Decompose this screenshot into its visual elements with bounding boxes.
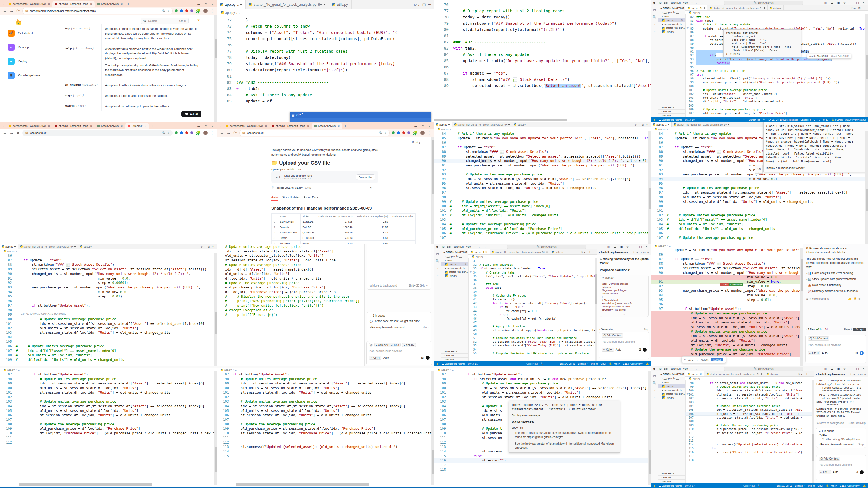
more-icon[interactable]: ⌄ (436, 273, 439, 277)
remote-icon[interactable]: ⚡ (436, 362, 439, 365)
scrollbar[interactable] (214, 371, 217, 485)
scrollbar[interactable] (431, 137, 434, 244)
image-attach-icon[interactable]: 🖼 (856, 470, 858, 474)
chat-input[interactable]: Plan, search, build anything (369, 350, 430, 352)
minimize-icon[interactable]: — (197, 125, 200, 128)
run-icon[interactable]: ▷⌄ (852, 6, 856, 9)
code-editor[interactable]: 7677 # Display report with just 2 floati… (434, 0, 651, 89)
bell-icon[interactable]: 🔔 (863, 485, 866, 487)
code-editor[interactable]: 8687 if update == "Yes":88 st.markdown("… (0, 253, 217, 362)
address-bar[interactable]: 🛈localhost:8502🔍☆ (22, 130, 173, 136)
record-stop-button[interactable] (860, 470, 864, 474)
notepads-panel[interactable]: ›NOTEPADS (441, 349, 468, 353)
menu-edit[interactable]: Edit (664, 367, 668, 370)
extensions-puzzle-icon[interactable]: 🧩 (195, 130, 201, 135)
stop-loading-icon[interactable]: ✕ (16, 130, 20, 135)
close-icon[interactable]: ✕ (265, 125, 267, 127)
explorer-icon[interactable]: ⧉ (436, 252, 439, 256)
queued-item[interactable]: ◯ File (818, 434, 864, 437)
tab-app-py[interactable]: app.py✕ (685, 371, 705, 376)
theme-toggle-icon[interactable]: ☀ (197, 18, 200, 22)
forward-icon[interactable]: → (9, 130, 14, 135)
close-window-icon[interactable]: ✕ (212, 125, 214, 128)
context-chip[interactable]: ● app.py (103-106) (374, 343, 401, 347)
settings-gear-icon[interactable]: ⚙ (843, 367, 846, 370)
split-editor-icon[interactable]: ◫ (422, 2, 426, 6)
bell-icon[interactable]: 🔔 (646, 362, 649, 365)
zoom-status-icon[interactable]: 🔍 (540, 362, 544, 365)
chat-composer[interactable]: @ Add Context Plan, search, build anythi… (805, 334, 866, 363)
skip-button[interactable]: Shift+⌫ Skip ↻ (408, 284, 428, 287)
close-icon[interactable]: ✕ (90, 125, 92, 127)
more-actions-icon[interactable]: ⋯ (809, 372, 812, 375)
tab-utils-py[interactable]: utils.py (78, 244, 94, 249)
command-center-search[interactable]: 🔍Stock Analysis (724, 1, 803, 5)
chat-input[interactable]: Plan, search, build anything (818, 463, 864, 466)
scrollbar[interactable] (431, 371, 434, 485)
nav-forward-icon[interactable]: → (484, 246, 486, 248)
breadcrumb[interactable]: app.py›... (434, 127, 651, 131)
close-icon[interactable]: ✕ (121, 3, 123, 5)
code-editor[interactable]: # Update unites average purchase priceid… (225, 245, 364, 317)
forward-icon[interactable]: → (9, 8, 14, 13)
remote-icon[interactable]: ⚡ (653, 119, 656, 121)
column-header[interactable]: Ticker (300, 214, 316, 219)
more-icon[interactable]: ⌄ (653, 29, 656, 33)
browse-files-button[interactable]: Browse files (356, 174, 375, 180)
address-bar[interactable]: 🛈docs.streamlit.io/develop/api-reference… (22, 8, 173, 14)
context-chip[interactable]: ● app.py (402, 343, 416, 347)
tab-app-py[interactable]: app.py4✕ (468, 250, 490, 254)
scrollbar[interactable] (214, 15, 217, 122)
notepads-panel[interactable]: ›NOTEPADS (658, 105, 685, 109)
new-chat-icon[interactable]: + (633, 251, 634, 254)
breadcrumb[interactable]: app.py›... (685, 377, 814, 380)
folder-venv[interactable]: ›venv (441, 258, 468, 262)
tab-search-chevron-icon[interactable]: ⌄ (1, 125, 6, 129)
panel-icon[interactable]: ⬓ (831, 367, 833, 370)
agent-mode-chip[interactable]: ∞ Ctrl+I (369, 356, 381, 360)
cursor-position[interactable]: Ln 104, Col 99 (560, 362, 575, 365)
eol-status[interactable]: CRLF (817, 485, 823, 487)
layout-icon[interactable]: ◫ (824, 367, 827, 370)
tab-starter-file[interactable]: starter_file_genai_for_stock_analysis.py… (490, 250, 550, 254)
extension-icon[interactable] (407, 131, 410, 134)
close-icon[interactable]: ✕ (48, 125, 50, 127)
search-icon[interactable]: 🔍 (653, 15, 657, 19)
eol-status[interactable]: CRLF (600, 362, 606, 365)
search-icon[interactable]: 🔍 (653, 381, 657, 385)
nav-forward-icon[interactable]: → (701, 367, 703, 370)
close-window-icon[interactable]: ✕ (429, 125, 431, 128)
add-context-chip[interactable]: @ Add Context (601, 333, 623, 337)
queue-header[interactable]: ⌄ 1 in queue (370, 314, 428, 317)
settings-gear-icon[interactable]: ⚙ (843, 1, 846, 4)
image-attach-icon[interactable]: 🖼 (855, 352, 858, 355)
remove-file-icon[interactable]: ✕ (370, 186, 372, 189)
back-icon[interactable]: ← (220, 130, 224, 135)
dataframe[interactable]: AssetTickerGain since Last Update (EUR)G… (271, 214, 429, 244)
move-to-background-button[interactable]: ⧉ Move to background (370, 284, 397, 287)
explorer-icon[interactable]: ⧉ (653, 8, 656, 12)
close-icon[interactable]: ✕ (485, 251, 488, 254)
horizontal-scrollbar[interactable] (434, 119, 567, 122)
extension-icon[interactable] (180, 131, 183, 134)
run-icon[interactable]: ▷⌄ (799, 372, 802, 375)
autocomplete-popup[interactable]: ▤def (290, 112, 431, 122)
cloud-icon[interactable]: ☁ (636, 251, 638, 254)
new-tab-button[interactable]: + (149, 124, 153, 129)
code-editor[interactable]: 98 if selected_asset and changed_units !… (685, 380, 814, 462)
menu-file[interactable]: File (657, 367, 661, 370)
tab-search-chevron-icon[interactable]: ⌄ (1, 3, 6, 7)
more-actions-icon[interactable]: ⋯ (592, 251, 595, 253)
menu-file[interactable]: File (657, 1, 661, 4)
problems-indicator[interactable]: ⊗ 0 ⚠ 17 (685, 485, 694, 487)
file-starter[interactable]: starter_file_gen...9+ (441, 270, 468, 274)
close-window-icon[interactable]: ✕ (646, 246, 648, 248)
profile-avatar[interactable] (421, 131, 425, 135)
breadcrumb[interactable]: app.py›... (217, 9, 434, 16)
tab-utils-py[interactable]: utils.py (512, 122, 528, 127)
python-version-status[interactable]: 3.11.9 ('venv': venv) (845, 119, 866, 121)
nav-forward-icon[interactable]: → (701, 1, 703, 4)
close-icon[interactable]: ✕ (90, 3, 92, 5)
tab-export-data[interactable]: Export Data (304, 196, 318, 201)
scrollbar[interactable] (648, 131, 651, 244)
